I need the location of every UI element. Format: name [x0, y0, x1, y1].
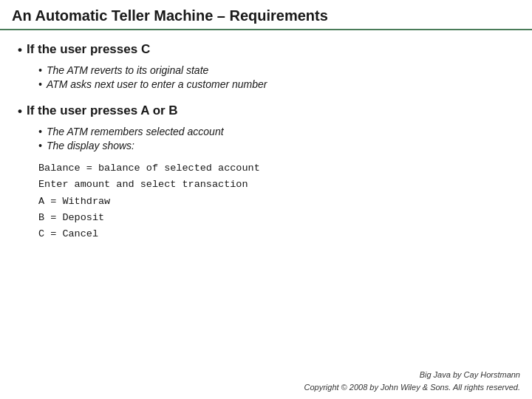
section-ab-heading: • If the user presses A or B [18, 103, 514, 120]
bullet-ab-outer: • [18, 103, 22, 120]
page-footer: Big Java by Cay Horstmann Copyright © 20… [0, 364, 532, 399]
code-line-3: A = Withdraw [38, 194, 514, 210]
sub-bullet-c-1-dot: • [38, 64, 42, 76]
page-title: An Automatic Teller Machine – Requiremen… [12, 7, 328, 24]
section-press-ab: • If the user presses A or B • The ATM r… [18, 103, 514, 242]
sub-bullet-ab-2-text: The display shows: [47, 140, 134, 151]
code-line-5: C = Cancel [38, 226, 514, 242]
sub-bullet-ab-2-dot: • [38, 140, 42, 151]
code-line-4: B = Deposit [38, 210, 514, 226]
footer-line1: Big Java by Cay Horstmann [12, 369, 520, 381]
section-ab-subbullets: • The ATM remembers selected account • T… [38, 126, 514, 151]
code-line-2: Enter amount and select transaction [38, 177, 514, 193]
sub-bullet-ab-2: • The display shows: [38, 140, 514, 151]
main-content: • If the user presses C • The ATM revert… [0, 30, 532, 364]
sub-bullet-ab-1-dot: • [38, 126, 42, 137]
sub-bullet-ab-1-text: The ATM remembers selected account [47, 126, 224, 137]
section-ab-title: If the user presses A or B [27, 103, 178, 118]
sub-bullet-c-1-text: The ATM reverts to its original state [47, 64, 208, 76]
sub-bullet-c-1: • The ATM reverts to its original state [38, 64, 514, 76]
section-c-title: If the user presses C [27, 42, 150, 57]
sub-bullet-c-2-dot: • [38, 78, 42, 90]
page-container: An Automatic Teller Machine – Requiremen… [0, 0, 532, 399]
bullet-c-outer: • [18, 42, 22, 58]
section-c-heading: • If the user presses C [18, 42, 514, 58]
section-c-subbullets: • The ATM reverts to its original state … [38, 64, 514, 90]
page-header: An Automatic Teller Machine – Requiremen… [0, 0, 532, 30]
code-line-1: Balance = balance of selected account [38, 160, 514, 177]
sub-bullet-ab-1: • The ATM remembers selected account [38, 126, 514, 137]
sub-bullet-c-2: • ATM asks next user to enter a customer… [38, 78, 514, 90]
sub-bullet-c-2-text: ATM asks next user to enter a customer n… [47, 78, 267, 90]
code-block-ab: Balance = balance of selected account En… [38, 160, 514, 242]
footer-line2: Copyright © 2008 by John Wiley & Sons. A… [12, 381, 520, 394]
section-press-c: • If the user presses C • The ATM revert… [18, 42, 514, 90]
